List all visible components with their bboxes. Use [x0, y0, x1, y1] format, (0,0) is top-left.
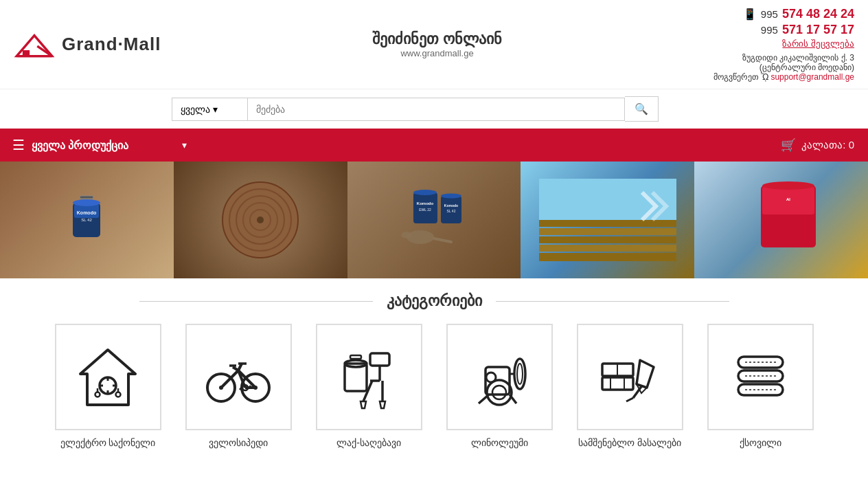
category-icon-box-construction: [577, 324, 683, 430]
svg-rect-29: [539, 228, 676, 235]
category-icon-box-fabric: [707, 324, 814, 430]
category-icon-box-bicycle: [185, 324, 292, 430]
title-line-right: [496, 301, 729, 302]
svg-rect-28: [539, 220, 676, 227]
logo-text: Grand·Mall: [62, 34, 161, 55]
shop-online-title: შეიძინეთ ონლაინ: [372, 30, 502, 48]
svg-text:EWL 22: EWL 22: [419, 208, 431, 212]
svg-line-88: [626, 398, 633, 401]
linoleum-icon: [465, 343, 534, 412]
svg-point-36: [762, 181, 814, 190]
svg-rect-9: [80, 196, 93, 199]
phone1-number: 574 48 24 24: [782, 7, 854, 21]
dropdown-chevron: ▾: [213, 104, 218, 115]
svg-point-73: [487, 380, 512, 405]
svg-marker-71: [380, 401, 385, 408]
svg-text:Komodo: Komodo: [77, 210, 96, 215]
search-bar: ყველა ▾ 🔍: [0, 89, 868, 129]
logo-icon: [14, 29, 55, 60]
svg-point-44: [116, 392, 121, 397]
phone2-row: 995 571 17 57 17: [713, 23, 854, 37]
banner-wood-circle: [219, 179, 301, 261]
svg-text:ᴬᴵ: ᴬᴵ: [786, 197, 790, 204]
svg-point-8: [73, 199, 100, 206]
nav-dropdown-arrow: ▾: [182, 140, 187, 151]
svg-text:Komodo: Komodo: [444, 203, 458, 208]
category-label-paint: ლაქ-საღებავი: [336, 437, 401, 448]
svg-rect-64: [350, 355, 361, 359]
svg-point-25: [401, 232, 412, 239]
svg-line-57: [233, 367, 238, 370]
support-line: მოგვწერეთ ᾬ support@grandmall.ge: [713, 72, 854, 82]
svg-rect-91: [738, 370, 783, 381]
house-electric-icon: [73, 343, 142, 412]
special-offer-link[interactable]: ზარის შეცვლება: [713, 38, 854, 49]
svg-rect-30: [539, 236, 676, 243]
svg-point-23: [441, 194, 461, 199]
address-line1: ზუგდიდი კიკალიშვილის ქ. 3: [713, 53, 854, 63]
search-input[interactable]: [247, 98, 625, 121]
cart-label: კალათა: 0: [801, 139, 854, 151]
svg-text:SL 42: SL 42: [447, 209, 456, 213]
svg-point-15: [257, 217, 264, 223]
bicycle-icon: [204, 343, 273, 412]
logo-area[interactable]: Grand·Mall: [14, 29, 161, 60]
svg-rect-90: [738, 357, 783, 368]
categories-grid: ელექტრო საქონელი: [14, 324, 854, 448]
svg-line-26: [434, 239, 451, 242]
svg-point-43: [95, 392, 100, 397]
category-label-bicycle: ველოსიპედი: [209, 437, 268, 448]
phone1-prefix: 995: [761, 8, 778, 20]
hamburger-icon: ☰: [12, 137, 25, 153]
cart-icon: 🛒: [781, 137, 796, 153]
category-card-electric[interactable]: ელექტრო საქონელი: [48, 324, 168, 448]
svg-text:SL 42: SL 42: [82, 218, 93, 222]
category-card-fabric[interactable]: ქსოვილი: [700, 324, 821, 448]
banner-paint-can-1: Komodo SL 42: [59, 192, 114, 247]
categories-title: კატეგორიები: [387, 292, 482, 310]
support-email-link[interactable]: support@grandmall.ge: [770, 72, 854, 82]
category-label: ყველა: [181, 104, 210, 115]
svg-marker-86: [637, 360, 654, 388]
search-button[interactable]: 🔍: [625, 96, 659, 122]
category-card-construction[interactable]: სამშენებლო მასალები: [570, 324, 690, 448]
shop-url: www.grandmall.ge: [372, 48, 502, 58]
fabric-icon: [726, 343, 795, 412]
categories-title-wrapper: კატეგორიები: [14, 292, 854, 310]
svg-text:Komodo: Komodo: [417, 201, 434, 206]
phone1-row: 📱 995 574 48 24 24: [713, 7, 854, 21]
svg-rect-31: [539, 245, 676, 252]
center-branding: შეიძინეთ ონლაინ www.grandmall.ge: [372, 30, 502, 58]
all-products-label: ყველა პროდუქცია: [32, 139, 175, 152]
svg-point-76: [517, 364, 523, 384]
svg-point-19: [413, 190, 437, 195]
category-label-construction: სამშენებლო მასალები: [578, 437, 681, 448]
category-label-fabric: ქსოვილი: [740, 437, 781, 448]
banner-section-1: Komodo SL 42: [0, 162, 174, 278]
svg-rect-65: [370, 353, 389, 366]
all-products-menu[interactable]: ☰ ყველა პროდუქცია ▾: [0, 129, 199, 162]
categories-section: კატეგორიები ელექტრო საქონელი: [0, 278, 868, 462]
category-dropdown[interactable]: ყველა ▾: [172, 98, 247, 121]
title-line-left: [139, 301, 373, 302]
category-card-linoleum[interactable]: ლინოლეუმი: [439, 324, 560, 448]
phone2-prefix: 995: [761, 24, 778, 36]
banner-section-5: ᴬᴵ: [694, 162, 868, 278]
banner-section-3: Komodo EWL 22 Komodo SL 42: [347, 162, 521, 278]
category-card-bicycle[interactable]: ველოსიპედი: [179, 324, 299, 448]
svg-point-74: [492, 386, 506, 399]
address-line2: (ცენტრალური მოედანი): [713, 63, 854, 72]
banner: Komodo SL 42 Komodo EWL 22 Komodo SL 42: [0, 162, 868, 278]
category-icon-box-paint: [316, 324, 422, 430]
category-icon-box-electric: [55, 324, 161, 430]
category-label-electric: ელექტრო საქონელი: [60, 437, 156, 448]
paint-icon: [334, 343, 403, 412]
cart-area[interactable]: 🛒 კალათა: 0: [767, 129, 868, 161]
category-card-paint[interactable]: ლაქ-საღებავი: [309, 324, 429, 448]
banner-komodo-cans: Komodo EWL 22 Komodo SL 42: [379, 179, 489, 261]
svg-marker-69: [361, 401, 366, 408]
banner-section-2: [174, 162, 347, 278]
category-label-linoleum: ლინოლეუმი: [471, 437, 528, 448]
banner-paint-can-right: ᴬᴵ: [747, 179, 816, 261]
svg-point-78: [486, 373, 496, 382]
